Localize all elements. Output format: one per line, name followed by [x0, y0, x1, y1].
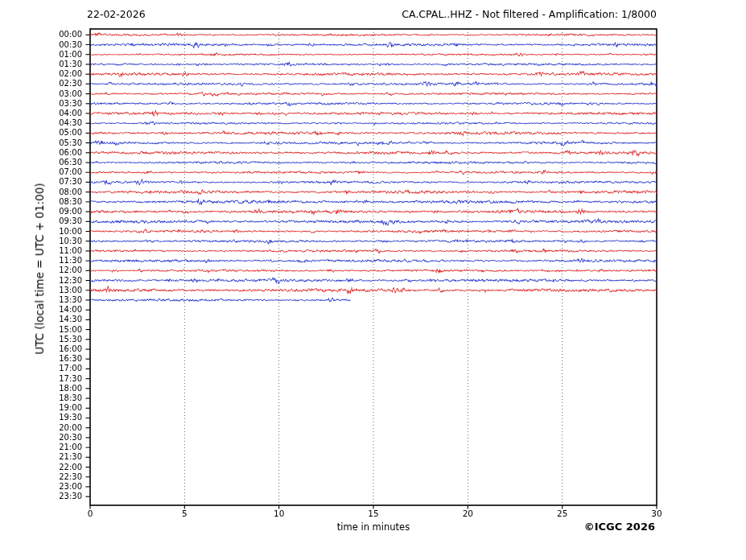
y-tick-label: 23:30 — [0, 492, 82, 501]
y-tick-label: 23:00 — [0, 482, 82, 492]
y-tick-label: 22:30 — [0, 472, 82, 482]
y-tick-label: 15:00 — [0, 325, 82, 335]
y-tick-label: 13:30 — [0, 295, 82, 305]
y-tick-label: 02:00 — [0, 69, 82, 79]
y-tick-label: 01:30 — [0, 60, 82, 69]
y-tick-label: 07:00 — [0, 167, 82, 177]
y-tick-label: 19:30 — [0, 413, 82, 422]
y-tick-label: 13:00 — [0, 286, 82, 295]
y-tick-label: 12:30 — [0, 276, 82, 286]
x-tick-label: 20 — [451, 509, 484, 518]
y-tick-label: 17:00 — [0, 364, 82, 373]
y-tick-label: 05:30 — [0, 138, 82, 148]
y-tick-label: 21:00 — [0, 443, 82, 452]
copyright-label: ©ICGC 2026 — [412, 521, 655, 533]
y-tick-label: 18:30 — [0, 393, 82, 403]
helicorder-plot-canvas — [0, 0, 746, 560]
y-tick-label: 14:00 — [0, 305, 82, 315]
x-tick-label: 25 — [546, 509, 579, 518]
y-tick-label: 05:00 — [0, 128, 82, 138]
y-tick-label: 17:30 — [0, 374, 82, 384]
y-tick-label: 01:00 — [0, 50, 82, 60]
x-tick-label: 10 — [263, 509, 295, 518]
x-tick-label: 15 — [357, 509, 389, 518]
y-tick-label: 22:00 — [0, 463, 82, 472]
x-tick-label: 5 — [168, 509, 200, 518]
y-tick-label: 04:30 — [0, 118, 82, 128]
y-tick-label: 08:30 — [0, 197, 82, 207]
y-tick-label: 04:00 — [0, 109, 82, 118]
y-tick-label: 16:00 — [0, 344, 82, 354]
y-tick-label: 21:30 — [0, 452, 82, 462]
plot-title: CA.CPAL..HHZ - Not filtered - Amplificat… — [90, 8, 657, 20]
y-tick-label: 18:00 — [0, 384, 82, 393]
y-tick-label: 06:30 — [0, 158, 82, 167]
y-tick-label: 00:00 — [0, 30, 82, 39]
x-tick-label: 30 — [641, 509, 673, 518]
y-tick-label: 10:00 — [0, 227, 82, 237]
y-tick-label: 16:30 — [0, 354, 82, 364]
helicorder-screen: 22-02-2026 CA.CPAL..HHZ - Not filtered -… — [0, 0, 746, 560]
y-tick-label: 15:30 — [0, 335, 82, 344]
y-tick-label: 20:00 — [0, 423, 82, 433]
y-tick-label: 14:30 — [0, 315, 82, 324]
y-tick-label: 08:00 — [0, 187, 82, 197]
y-tick-label: 12:00 — [0, 266, 82, 275]
y-tick-label: 10:30 — [0, 237, 82, 246]
x-tick-label: 0 — [74, 509, 106, 518]
y-tick-label: 03:30 — [0, 99, 82, 109]
y-tick-label: 20:30 — [0, 433, 82, 443]
y-tick-label: 09:30 — [0, 216, 82, 226]
y-tick-label: 06:00 — [0, 148, 82, 158]
y-tick-label: 07:30 — [0, 177, 82, 187]
y-tick-label: 11:00 — [0, 246, 82, 256]
y-tick-label: 09:00 — [0, 207, 82, 216]
y-tick-label: 02:30 — [0, 79, 82, 89]
y-tick-label: 03:00 — [0, 89, 82, 99]
y-tick-label: 00:30 — [0, 40, 82, 50]
y-tick-label: 11:30 — [0, 256, 82, 266]
y-tick-label: 19:00 — [0, 403, 82, 413]
